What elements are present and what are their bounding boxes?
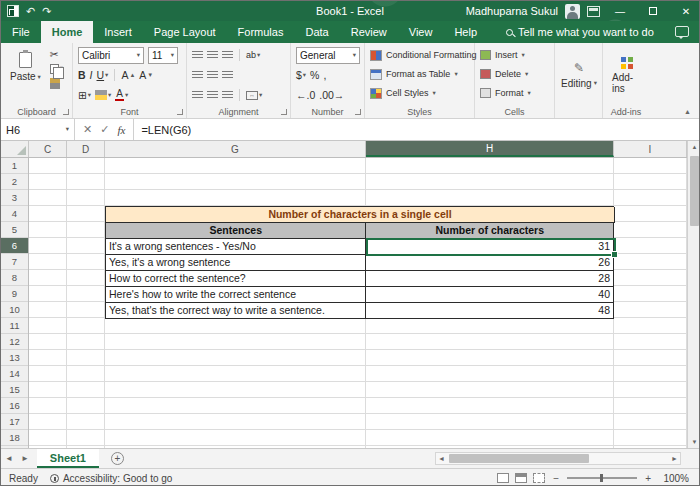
page-layout-view-button[interactable] <box>515 473 527 483</box>
minimize-button[interactable]: — <box>607 1 633 21</box>
column-header-C[interactable]: C <box>29 141 67 157</box>
excel-logo-icon[interactable] <box>7 5 19 17</box>
tab-formulas[interactable]: Formulas <box>227 21 295 43</box>
undo-icon[interactable]: ↶ <box>26 6 35 17</box>
tab-insert[interactable]: Insert <box>93 21 143 43</box>
count-cell[interactable]: 28 <box>366 271 614 287</box>
zoom-in-button[interactable]: + <box>643 473 653 484</box>
delete-button[interactable]: Delete▾ <box>480 65 550 83</box>
zoom-level[interactable]: 100% <box>659 473 695 484</box>
align-left-icon[interactable] <box>192 91 203 100</box>
editing-button[interactable]: ✎ Editing ▾ <box>560 46 598 104</box>
tab-file[interactable]: File <box>1 21 41 43</box>
bold-button[interactable]: B <box>78 70 86 81</box>
cancel-formula-icon[interactable]: ✕ <box>83 123 92 136</box>
sentence-cell[interactable]: It's a wrong sentences - Yes/No <box>106 239 366 255</box>
copy-button[interactable]: ▾ <box>50 64 63 74</box>
vscroll-up-icon[interactable]: ▲ <box>692 144 698 150</box>
decrease-decimal-button[interactable]: .00→ <box>319 90 344 101</box>
new-sheet-button[interactable]: + <box>111 452 124 465</box>
row-header-14[interactable]: 14 <box>1 366 28 382</box>
comment-icon[interactable] <box>675 26 689 37</box>
horizontal-scrollbar[interactable]: ◄ ► <box>435 452 681 465</box>
row-header-3[interactable]: 3 <box>1 190 28 206</box>
insert-button[interactable]: Insert▾ <box>480 46 550 64</box>
row-header-8[interactable]: 8 <box>1 270 28 286</box>
conditional-formatting-button[interactable]: Conditional Formatting▾ <box>370 46 470 64</box>
zoom-slider[interactable] <box>567 477 637 479</box>
tell-me-box[interactable]: Tell me what you want to do <box>498 21 662 43</box>
column-header-D[interactable]: D <box>67 141 105 157</box>
decrease-font-size-button[interactable]: A▼ <box>139 70 153 81</box>
font-size-select[interactable]: 11 ▾ <box>148 47 178 64</box>
align-center-icon[interactable] <box>207 91 218 100</box>
font-color-button[interactable]: A▾ <box>115 89 128 101</box>
row-header-6[interactable]: 6 <box>1 238 28 254</box>
row-header-5[interactable]: 5 <box>1 222 28 238</box>
sheet-nav-right-icon[interactable]: ► <box>17 454 33 463</box>
select-all-button[interactable] <box>1 141 29 157</box>
align-top-icon[interactable] <box>192 51 203 60</box>
grid-body[interactable]: Number of characters in a single cellSen… <box>29 158 687 448</box>
format-button[interactable]: Format▾ <box>480 84 550 102</box>
count-cell[interactable]: 48 <box>366 303 614 319</box>
tab-home[interactable]: Home <box>41 21 94 43</box>
zoom-out-button[interactable]: − <box>551 473 561 484</box>
count-cell[interactable]: 40 <box>366 287 614 303</box>
comma-style-button[interactable]: , <box>323 70 326 81</box>
row-header-17[interactable]: 17 <box>1 414 28 430</box>
underline-button[interactable]: U▾ <box>97 70 109 81</box>
addins-button[interactable]: Add-ins <box>608 46 645 104</box>
row-header-13[interactable]: 13 <box>1 350 28 366</box>
hscroll-left-icon[interactable]: ◄ <box>438 455 445 462</box>
font-dialog-launcher[interactable] <box>177 109 183 115</box>
row-header-4[interactable]: 4 <box>1 206 28 222</box>
close-button[interactable]: ✕ <box>673 1 699 21</box>
enter-formula-icon[interactable]: ✓ <box>100 123 109 136</box>
tab-data[interactable]: Data <box>294 21 339 43</box>
row-header-12[interactable]: 12 <box>1 334 28 350</box>
column-header-G[interactable]: G <box>105 141 366 157</box>
ribbon-display-options-icon[interactable] <box>587 6 600 17</box>
column-header-H[interactable]: H <box>366 141 614 157</box>
tab-page-layout[interactable]: Page Layout <box>143 21 227 43</box>
alignment-dialog-launcher[interactable] <box>281 109 287 115</box>
vscroll-down-icon[interactable]: ▼ <box>692 439 698 445</box>
table-title-cell[interactable]: Number of characters in a single cell <box>106 207 615 223</box>
format-as-table-button[interactable]: Format as Table▾ <box>370 65 470 83</box>
user-name[interactable]: Madhuparna Sukul <box>466 5 558 17</box>
row-header-15[interactable]: 15 <box>1 382 28 398</box>
fill-color-button[interactable]: ▾ <box>95 90 111 100</box>
tab-review[interactable]: Review <box>340 21 398 43</box>
accounting-format-button[interactable]: $▾ <box>296 70 306 81</box>
row-header-10[interactable]: 10 <box>1 302 28 318</box>
percent-style-button[interactable]: % <box>310 70 319 81</box>
accessibility-status[interactable]: Accessibility: Good to go <box>50 473 173 484</box>
italic-button[interactable]: I <box>90 70 93 81</box>
sentence-cell[interactable]: Here's how to write the correct sentence <box>106 287 366 303</box>
vertical-scrollbar[interactable]: ▲ ▼ <box>687 141 700 448</box>
row-header-9[interactable]: 9 <box>1 286 28 302</box>
wrap-text-icon[interactable] <box>222 71 233 80</box>
sheet-nav-left-icon[interactable]: ◄ <box>1 454 17 463</box>
paste-button[interactable]: Paste ▾ <box>6 46 45 89</box>
align-middle-icon[interactable] <box>207 51 218 60</box>
row-header-1[interactable]: 1 <box>1 158 28 174</box>
font-name-select[interactable]: Calibri ▾ <box>78 47 144 64</box>
formula-input[interactable]: =LEN(G6) <box>134 124 692 136</box>
row-header-11[interactable]: 11 <box>1 318 28 334</box>
page-break-view-button[interactable] <box>533 473 545 483</box>
number-format-select[interactable]: General ▾ <box>296 47 360 64</box>
increase-decimal-button[interactable]: ←.0 <box>296 90 315 101</box>
redo-icon[interactable]: ↷ <box>42 6 51 17</box>
sheet-tab-sheet1[interactable]: Sheet1 <box>37 449 99 468</box>
normal-view-button[interactable] <box>497 473 509 483</box>
vscroll-thumb[interactable] <box>690 156 699 226</box>
maximize-button[interactable] <box>640 1 666 21</box>
orientation-button[interactable]: ab▾ <box>246 51 260 60</box>
hscroll-right-icon[interactable]: ► <box>671 455 678 462</box>
row-header-16[interactable]: 16 <box>1 398 28 414</box>
hscroll-track[interactable] <box>447 454 669 463</box>
name-box[interactable]: H6 ▾ <box>1 119 75 140</box>
avatar[interactable] <box>565 4 580 19</box>
